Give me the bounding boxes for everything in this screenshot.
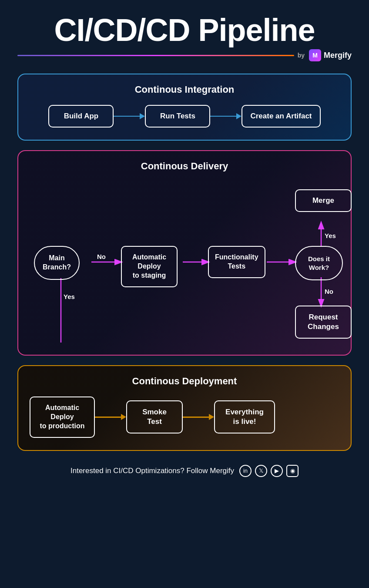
ci-title: Continous Integration <box>30 84 339 95</box>
svg-text:No: No <box>97 253 106 260</box>
twitter-icon[interactable]: 𝕏 <box>255 465 267 477</box>
ci-node-tests: Run Tests <box>145 105 210 128</box>
brand-name: Mergify <box>324 51 352 60</box>
header: CI/CD/CD Pipeline by M Mergify <box>17 13 352 69</box>
ci-node-build: Build App <box>48 105 114 128</box>
cd-auto-deploy-staging-node: AutomaticDeployto staging <box>121 246 178 287</box>
cd-merge-node: Merge <box>295 189 352 212</box>
ci-node-artifact: Create an Artifact <box>242 105 320 128</box>
cd-functionality-tests-node: FunctionalityTests <box>208 246 265 278</box>
cd-title: Continous Delivery <box>30 161 339 172</box>
deploy-title: Continous Deployment <box>30 376 339 387</box>
cd-section: Continous Delivery No Yes No <box>17 150 352 356</box>
cd-does-it-work-node: Does itWork? <box>295 246 343 280</box>
cd-main-branch-node: MainBranch? <box>34 246 80 280</box>
page-title: CI/CD/CD Pipeline <box>17 13 352 47</box>
gradient-line <box>17 55 294 56</box>
footer-text: Interested in CI/CD Optimizations? Follo… <box>70 467 234 475</box>
linkedin-icon[interactable]: in <box>239 465 252 477</box>
deploy-node-smoke: SmokeTest <box>126 400 183 433</box>
footer-icons: in 𝕏 ▶ ◉ <box>239 465 299 477</box>
deploy-arrow-1 <box>95 414 126 420</box>
other-icon[interactable]: ◉ <box>286 465 299 477</box>
svg-text:Yes: Yes <box>64 293 75 300</box>
ci-section: Continous Integration Build App Run Test… <box>17 74 352 141</box>
footer: Interested in CI/CD Optimizations? Follo… <box>17 465 352 477</box>
svg-text:Yes: Yes <box>325 232 336 239</box>
brand: by M Mergify <box>298 49 352 61</box>
youtube-icon[interactable]: ▶ <box>271 465 283 477</box>
cd-request-changes-node: RequestChanges <box>295 306 352 339</box>
header-underline: by M Mergify <box>17 49 352 61</box>
deploy-flow: AutomaticDeployto production SmokeTest E… <box>30 396 339 437</box>
deploy-arrow-2 <box>183 414 214 420</box>
deploy-node-live: Everythingis live! <box>214 400 275 433</box>
svg-text:No: No <box>325 288 333 295</box>
mergify-logo: M <box>309 49 321 61</box>
deploy-node-auto: AutomaticDeployto production <box>30 396 95 437</box>
cd-diagram: No Yes No Yes <box>30 181 339 343</box>
ci-arrow-2 <box>210 113 242 119</box>
brand-by-label: by <box>298 52 305 59</box>
deploy-section: Continous Deployment AutomaticDeployto p… <box>17 365 352 450</box>
ci-flow: Build App Run Tests Create an Artifact <box>30 105 339 128</box>
ci-arrow-1 <box>114 113 145 119</box>
